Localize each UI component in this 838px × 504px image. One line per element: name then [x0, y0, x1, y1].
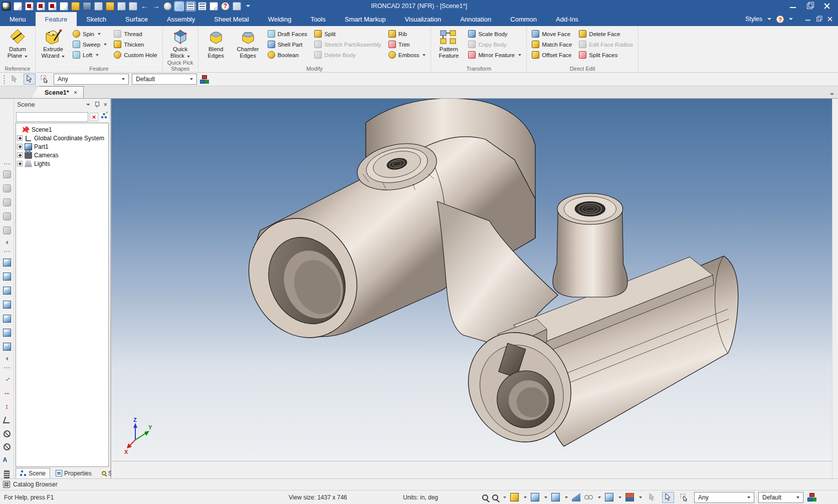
new-part-icon[interactable]	[37, 2, 45, 11]
doc-close-button[interactable]	[827, 17, 832, 22]
expand-icon[interactable]	[17, 135, 23, 141]
copy-multiple-icon[interactable]	[210, 2, 218, 11]
tab-properties[interactable]: Properties	[51, 468, 96, 478]
rib-button[interactable]: Rib	[387, 29, 428, 39]
scale-body-button[interactable]: Scale Body	[467, 29, 523, 39]
save-icon[interactable]	[83, 2, 91, 11]
offset-face-button[interactable]: Offset Face	[530, 50, 573, 60]
insert-from-catalog-icon[interactable]	[106, 2, 114, 11]
display-caret-icon[interactable]	[618, 496, 621, 498]
tab-common[interactable]: Common	[501, 12, 546, 26]
boolean-button[interactable]: Boolean	[266, 50, 309, 60]
styles-button[interactable]: Styles	[745, 16, 762, 23]
app-logo-icon[interactable]	[2, 2, 11, 11]
shape-filter-dropdown[interactable]: Any	[54, 74, 129, 85]
thicken-button[interactable]: Thicken	[112, 39, 158, 50]
chamfer-edges-button[interactable]: Chamfer Edges	[234, 28, 262, 65]
measure-radius-icon[interactable]	[4, 430, 11, 437]
tab-list-caret-icon[interactable]	[830, 93, 834, 95]
qat-overflow-icon[interactable]	[246, 5, 250, 7]
tab-surface[interactable]: Surface	[116, 12, 157, 26]
view-right-icon[interactable]	[3, 315, 11, 323]
toolbar-grip[interactable]	[4, 163, 11, 164]
open-icon[interactable]	[71, 2, 80, 11]
add-part-icon[interactable]	[117, 2, 126, 11]
view-front-icon[interactable]	[3, 273, 11, 281]
toolbar-overflow-icon[interactable]	[6, 240, 8, 244]
shell-part-button[interactable]: Shell Part	[266, 39, 309, 50]
tab-menu[interactable]: Menu	[0, 12, 36, 26]
tab-sketch[interactable]: Sketch	[77, 12, 116, 26]
help-button-icon[interactable]: ?	[776, 16, 784, 23]
camera-caret-icon[interactable]	[565, 496, 568, 498]
extrude-wizard-button[interactable]: Extrude Wizard	[39, 28, 67, 65]
status-shape-filter-dropdown[interactable]: Any	[694, 492, 754, 503]
tab-smart-markup[interactable]: Smart Markup	[335, 12, 395, 26]
restore-button[interactable]	[807, 3, 813, 9]
render-icon[interactable]	[163, 2, 172, 11]
select-tool-icon[interactable]	[233, 2, 241, 11]
match-face-button[interactable]: Match Face	[530, 39, 573, 50]
measure-vertical-icon[interactable]	[3, 402, 11, 410]
render-mode-icon[interactable]	[625, 493, 634, 501]
model-part1[interactable]	[111, 99, 832, 461]
delete-face-button[interactable]: Delete Face	[577, 29, 635, 39]
move-tool-button[interactable]	[646, 492, 658, 503]
toolbar-grip[interactable]	[4, 250, 11, 252]
orientation-caret-icon[interactable]	[544, 496, 547, 498]
tab-assembly[interactable]: Assembly	[157, 12, 204, 26]
tab-sheet-metal[interactable]: Sheet Metal	[204, 12, 258, 26]
panel-close-icon[interactable]: ×	[103, 102, 107, 107]
stretch-part-button[interactable]: Stretch Part/Assembly	[313, 39, 383, 50]
measure-length-icon[interactable]	[3, 374, 11, 382]
property-list-icon[interactable]	[198, 2, 206, 11]
tree-item-scene1[interactable]: Scene1	[17, 125, 107, 134]
fit-scene-icon[interactable]	[510, 493, 519, 501]
new-assembly-icon[interactable]	[48, 2, 57, 11]
measure-angle-icon[interactable]	[3, 416, 11, 424]
tab-scene[interactable]: Scene	[16, 468, 50, 478]
toolbar-grip[interactable]	[3, 75, 6, 84]
viewport-3d[interactable]: Z Y X	[111, 99, 832, 461]
expand-icon[interactable]	[17, 144, 23, 149]
clear-filter-icon[interactable]: ×	[90, 113, 98, 121]
zoom-in-icon[interactable]	[482, 494, 488, 500]
expand-icon[interactable]	[17, 161, 23, 166]
custom-hole-button[interactable]: Custom Hole	[112, 50, 158, 60]
spin-button[interactable]: Spin	[71, 29, 108, 39]
move-face-button[interactable]: Move Face	[530, 29, 573, 39]
tab-tools[interactable]: Tools	[301, 12, 335, 26]
help-caret-icon[interactable]	[789, 18, 793, 20]
catalog-browser-bar[interactable]: Catalog Browser	[0, 478, 838, 490]
close-button[interactable]	[824, 3, 830, 9]
expand-icon[interactable]	[17, 152, 23, 158]
minimize-button[interactable]	[790, 3, 796, 9]
section-view-icon[interactable]	[572, 493, 580, 501]
intersect-tool-icon[interactable]	[3, 198, 11, 206]
status-render-style-dropdown[interactable]: Default	[758, 492, 803, 503]
pattern-feature-button[interactable]: Pattern Feature	[435, 28, 463, 65]
pin-icon[interactable]	[95, 102, 99, 108]
trim-button[interactable]: Trim	[387, 39, 428, 50]
tab-annotation[interactable]: Annotation	[451, 12, 501, 26]
view-top-icon[interactable]	[3, 329, 11, 337]
sweep-button[interactable]: Sweep	[71, 39, 108, 50]
new-drawing-icon[interactable]	[60, 2, 68, 11]
datum-plane-button[interactable]: Datum Plane	[4, 28, 32, 65]
toolbar-grip[interactable]	[4, 367, 11, 368]
subtract-tool-icon[interactable]	[3, 184, 11, 192]
perspective-icon[interactable]	[584, 493, 593, 501]
doc-minimize-button[interactable]	[805, 17, 810, 22]
toolbar-overflow-icon[interactable]	[6, 357, 8, 361]
union-tool-icon[interactable]	[3, 170, 11, 178]
redo-icon[interactable]	[152, 2, 160, 11]
view-orientation-icon[interactable]	[531, 493, 539, 501]
camera-walk-icon[interactable]	[551, 493, 560, 501]
tree-item-global-coordinate-system[interactable]: Global Coordinate System	[17, 134, 107, 142]
new-scene-icon[interactable]	[25, 2, 34, 11]
scene-filter-input[interactable]	[16, 112, 88, 122]
split-button[interactable]: Split	[313, 29, 383, 39]
new-document-icon[interactable]	[14, 2, 22, 11]
bom-table-icon[interactable]	[4, 470, 10, 478]
zoom-window-icon[interactable]	[492, 494, 498, 500]
